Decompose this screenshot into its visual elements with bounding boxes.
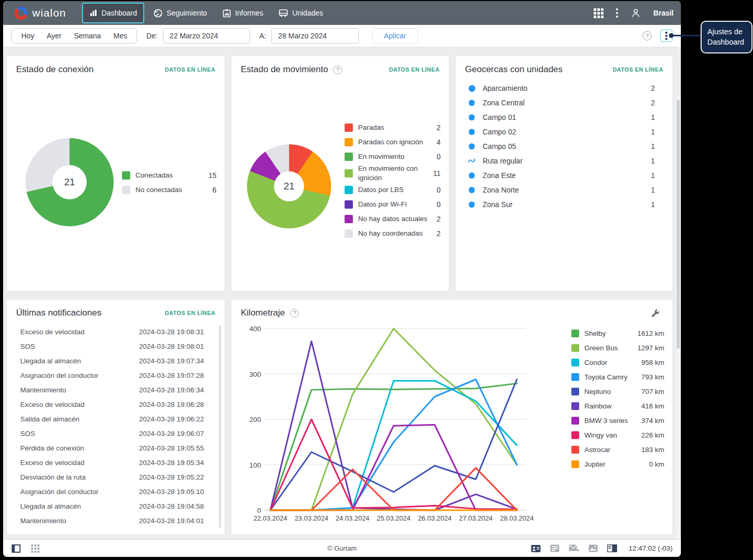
globe-icon (154, 9, 162, 18)
geofence-row[interactable]: Aparcamiento2 (468, 81, 655, 95)
mileage-legend-row[interactable]: Astrocar183 km (571, 442, 664, 457)
movement-legend: Paradas2Paradas con ignición4En movimien… (345, 120, 441, 241)
notification-row[interactable]: Exceso de velocidad2024-03-28 19:06:28 (20, 397, 204, 412)
apply-button[interactable]: Aplicar (372, 28, 418, 44)
geofence-unit-count: 2 (651, 84, 655, 92)
unit-name: Toyota Camry (584, 373, 641, 381)
sidebar-toggle-icon[interactable] (11, 544, 21, 553)
help-icon[interactable]: ? (333, 65, 342, 74)
legend-color-swatch (122, 171, 130, 180)
mileage-legend-row[interactable]: Neptuno707 km (571, 384, 664, 399)
unit-name: Green Bus (584, 344, 637, 352)
dashboard-filterbar: HoyAyerSemanaMes De: 22 Marzo 2024 A: 28… (3, 25, 681, 47)
geofence-row[interactable]: Campo 011 (468, 110, 655, 125)
notification-text: Exceso de velocidad (20, 328, 139, 336)
geofence-row[interactable]: Campo 021 (468, 125, 655, 139)
geofence-unit-count: 1 (651, 186, 655, 194)
grid-icon[interactable] (31, 544, 39, 553)
tab-unidades[interactable]: Unidades (272, 3, 329, 23)
notification-text: Llegada al almacén (20, 357, 139, 365)
range-button-ayer[interactable]: Ayer (40, 32, 68, 40)
legend-color-swatch (345, 153, 353, 161)
mileage-legend-row[interactable]: Toyota Camry793 km (571, 370, 664, 384)
help-icon[interactable]: ? (642, 31, 652, 40)
range-button-hoy[interactable]: Hoy (15, 32, 40, 40)
notification-row[interactable]: Asignación del conductor2024-03-28 19:05… (20, 484, 204, 499)
geofence-route-icon (468, 157, 475, 165)
user-account-label[interactable]: Brasil (653, 9, 674, 17)
unit-mileage: 0 km (649, 460, 664, 468)
tab-informes[interactable]: Informes (216, 3, 269, 23)
geofence-row[interactable]: Zona Este1 (468, 168, 655, 183)
from-label: De: (146, 32, 158, 40)
legend-label: Paradas (358, 123, 429, 132)
geofence-row[interactable]: Campo 051 (468, 139, 655, 154)
layout-icon[interactable] (607, 544, 617, 552)
driver-icon[interactable] (531, 544, 541, 553)
notification-row[interactable]: Desviación de la ruta2024-03-28 19:05:22 (20, 470, 204, 484)
legend-color-swatch (571, 344, 579, 352)
geofence-name: Campo 05 (483, 142, 651, 151)
dashboard-icon (89, 9, 98, 17)
notification-row[interactable]: Llegada al almacén2024-03-28 19:04:58 (20, 499, 204, 513)
online-data-badge: DATOS EN LÍNEA (165, 66, 215, 73)
notifications-scrollbar[interactable] (219, 325, 221, 528)
y-axis-tick-label: 100 (249, 461, 261, 469)
geofence-row[interactable]: Ruta regular1 (468, 154, 655, 168)
user-icon[interactable] (631, 8, 641, 18)
x-axis-tick-label: 25.03.2024 (377, 514, 410, 522)
movement-status-card: Estado de movimiento ? DATOS EN LÍNEA 21… (231, 56, 449, 292)
legend-label: No conectadas (135, 185, 205, 195)
notification-text: Llegada al almacén (20, 502, 139, 510)
mileage-legend-row[interactable]: Jupiter0 km (571, 457, 664, 471)
notification-row[interactable]: Mantenimiento2024-03-28 19:06:34 (20, 383, 204, 397)
notification-row[interactable]: Asignación del conductor2024-03-28 19:07… (20, 368, 204, 383)
page-scrollbar[interactable] (676, 95, 680, 557)
notification-row[interactable]: Llegada al almacén2024-03-28 19:07:34 (20, 353, 204, 368)
donut-total: 21 (274, 171, 304, 201)
x-axis-tick-label: 24.03.2024 (336, 514, 369, 522)
notification-row[interactable]: SOS2024-03-28 19:06:07 (20, 426, 204, 441)
date-to-input[interactable]: 28 Marzo 2024 (271, 28, 359, 44)
notification-row[interactable]: Mantenimiento2024-03-28 19:04:01 (20, 513, 204, 528)
tab-dashboard[interactable]: Dashboard (82, 3, 145, 23)
notification-row[interactable]: Exceso de velocidad2024-03-28 19:05:34 (20, 455, 204, 470)
photo-icon[interactable] (588, 544, 598, 552)
unit-name: Wingy van (584, 431, 641, 439)
clock-label: 12:47:02 (-03) (628, 544, 673, 552)
legend-row: Datos por LBS0 (345, 183, 441, 197)
tab-seguimiento[interactable]: Seguimiento (147, 3, 213, 23)
x-axis-tick-label: 26.03.2024 (418, 514, 451, 522)
news-icon[interactable] (550, 544, 559, 552)
mileage-legend-row[interactable]: Wingy van226 km (571, 428, 664, 442)
legend-value: 0 (429, 153, 441, 161)
mileage-legend-row[interactable]: Rainbow416 km (571, 399, 664, 413)
mileage-legend-row[interactable]: Shelby1612 km (571, 326, 664, 340)
page-scrollbar-thumb[interactable] (677, 100, 680, 349)
range-button-mes[interactable]: Mes (107, 32, 133, 40)
notification-row[interactable]: SOS2024-03-28 19:08:01 (20, 339, 204, 353)
notification-time: 2024-03-28 19:06:22 (139, 415, 204, 423)
geofence-row[interactable]: Zona Sur1 (468, 197, 655, 212)
date-from-input[interactable]: 22 Marzo 2024 (163, 28, 250, 44)
notification-row[interactable]: Pérdida de conexión2024-03-28 19:05:55 (20, 441, 204, 455)
mileage-legend-row[interactable]: BMW 3 series374 km (571, 413, 664, 428)
wialon-logo[interactable]: wialon (15, 7, 66, 20)
wrench-icon[interactable] (651, 309, 660, 318)
tab-label: Unidades (292, 9, 323, 17)
apps-grid-icon[interactable] (594, 8, 604, 18)
range-button-semana[interactable]: Semana (67, 32, 107, 40)
geofence-row[interactable]: Zona Norte1 (468, 183, 655, 197)
notification-row[interactable]: Salida del almacén2024-03-28 19:06:22 (20, 412, 204, 426)
mail-icon[interactable] (569, 544, 579, 552)
geofence-row[interactable]: Zona Central2 (468, 95, 655, 110)
geofence-polygon-icon (468, 99, 475, 106)
geofence-polygon-icon (468, 186, 475, 194)
kebab-menu-icon[interactable] (616, 8, 618, 18)
notification-row[interactable]: Exceso de velocidad2024-03-28 19:08:31 (20, 324, 204, 339)
tab-label: Dashboard (102, 9, 138, 17)
mileage-legend-row[interactable]: Condor958 km (571, 355, 664, 370)
mileage-legend-row[interactable]: Green Bus1297 km (571, 340, 664, 355)
notification-time: 2024-03-28 19:05:22 (139, 473, 204, 481)
geofence-name: Zona Norte (483, 186, 651, 194)
